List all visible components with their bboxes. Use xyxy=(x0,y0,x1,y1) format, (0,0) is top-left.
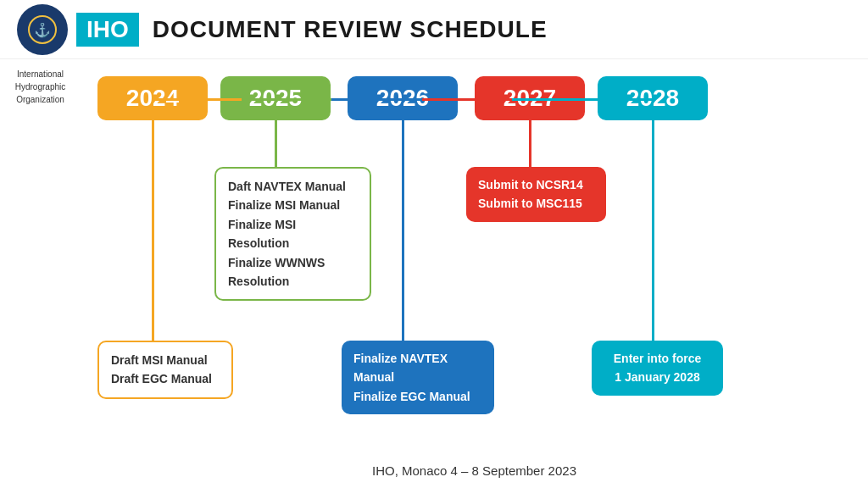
main-content: 2024 Draft MSI Manual Draft EGC Manual 2… xyxy=(81,59,868,488)
org-name: International Hydrographic Organization xyxy=(15,68,65,106)
box-2028-bottom: Enter into force 1 January 2028 xyxy=(592,341,723,396)
vline-2028 xyxy=(652,120,654,341)
box-2024-bottom: Draft MSI Manual Draft EGC Manual xyxy=(97,341,233,399)
vline-2025 xyxy=(275,120,277,167)
timeline: 2024 Draft MSI Manual Draft EGC Manual 2… xyxy=(89,76,851,441)
footer: IHO, Monaco 4 – 8 September 2023 xyxy=(81,463,868,478)
svg-text:⚓: ⚓ xyxy=(34,22,51,38)
header: ⚓ IHO DOCUMENT REVIEW SCHEDULE xyxy=(0,0,868,59)
vline-2027 xyxy=(529,120,531,167)
sidebar: International Hydrographic Organization xyxy=(0,59,81,488)
vline-2026 xyxy=(402,120,404,341)
horizontal-connector xyxy=(152,98,652,101)
box-2026-bottom: Finalize NAVTEX Manual Finalize EGC Manu… xyxy=(342,341,494,414)
iho-badge: IHO xyxy=(76,13,139,47)
vline-2024 xyxy=(152,120,154,341)
iho-logo: ⚓ xyxy=(17,4,68,55)
page-title: DOCUMENT REVIEW SCHEDULE xyxy=(153,16,548,43)
box-2025-top: Daft NAVTEX Manual Finalize MSI Manual F… xyxy=(214,167,371,301)
box-2027-top: Submit to NCSR14 Submit to MSC115 xyxy=(466,167,606,222)
